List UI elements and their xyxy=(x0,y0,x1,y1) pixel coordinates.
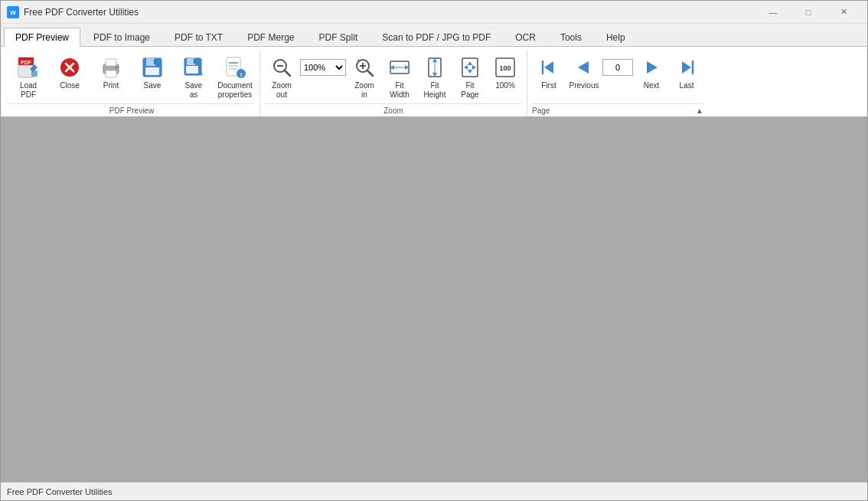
zoom-out-icon: - xyxy=(269,55,294,80)
zoom-in-icon: + xyxy=(352,55,377,80)
title-bar-left: W Free PDF Converter Utilities xyxy=(7,6,139,18)
maximize-button[interactable]: □ xyxy=(791,1,826,24)
document-properties-button[interactable]: i Documentproperties xyxy=(215,51,255,102)
ribbon-inner: PDF LoadPDF xyxy=(1,47,867,116)
svg-rect-16 xyxy=(145,67,159,75)
print-label: Print xyxy=(103,81,119,90)
svg-line-31 xyxy=(285,70,290,76)
title-bar: W Free PDF Converter Utilities — □ ✕ xyxy=(1,1,867,24)
tab-scan-to-pdf[interactable]: Scan to PDF / JPG to PDF xyxy=(370,28,502,47)
fit-height-label: FitHeight xyxy=(424,81,446,100)
load-pdf-icon: PDF xyxy=(16,55,41,80)
save-icon xyxy=(140,55,165,80)
svg-marker-54 xyxy=(544,61,553,74)
fit-page-label: FitPage xyxy=(461,81,478,100)
tab-pdf-split[interactable]: PDF Split xyxy=(308,28,370,47)
tab-tools[interactable]: Tools xyxy=(549,28,593,47)
svg-rect-12 xyxy=(106,59,116,66)
ribbon-group-zoom-label: Zoom xyxy=(265,103,522,116)
tab-pdf-preview[interactable]: PDF Preview xyxy=(4,28,80,47)
app-icon: W xyxy=(7,6,19,18)
zoom-in-button[interactable]: + Zoomin xyxy=(348,51,381,102)
first-page-icon xyxy=(537,55,561,80)
svg-point-13 xyxy=(116,67,118,69)
doc-props-icon: i xyxy=(223,55,247,80)
zoom-level-wrap: 50% 75% 100% 125% 150% 200% xyxy=(300,51,346,102)
svg-rect-21 xyxy=(194,59,196,64)
close-label: Close xyxy=(60,81,80,90)
svg-marker-56 xyxy=(647,61,658,74)
svg-marker-47 xyxy=(468,61,472,65)
next-page-button[interactable]: Next xyxy=(635,51,668,102)
ribbon-content: PDF LoadPDF xyxy=(1,47,867,118)
svg-text:i: i xyxy=(240,71,242,78)
next-page-icon xyxy=(639,55,664,80)
svg-text:100: 100 xyxy=(499,64,511,72)
svg-rect-6 xyxy=(31,70,38,77)
tab-pdf-merge[interactable]: PDF Merge xyxy=(236,28,305,47)
main-content-area xyxy=(1,118,867,482)
zoom-out-button[interactable]: - Zoomout xyxy=(265,51,299,102)
save-button[interactable]: Save xyxy=(132,51,172,102)
previous-page-label: Previous xyxy=(569,81,599,90)
title-text: Free PDF Converter Utilities xyxy=(24,7,139,18)
ribbon-group-page-items: First Previous xyxy=(532,51,703,102)
tab-pdf-to-txt[interactable]: PDF to TXT xyxy=(163,28,234,47)
zoom-100-icon: 100 xyxy=(493,55,517,80)
svg-marker-50 xyxy=(472,65,476,70)
svg-rect-11 xyxy=(106,70,116,77)
svg-marker-48 xyxy=(468,70,472,74)
load-pdf-label: LoadPDF xyxy=(20,81,37,100)
svg-text:W: W xyxy=(10,9,16,16)
last-page-button[interactable]: Last xyxy=(670,51,703,102)
fit-width-button[interactable]: FitWidth xyxy=(383,51,416,102)
fit-height-icon xyxy=(423,55,447,80)
ribbon-group-pdf-preview: PDF LoadPDF xyxy=(4,50,260,116)
previous-page-button[interactable]: Previous xyxy=(567,51,601,102)
last-page-icon xyxy=(674,55,699,80)
first-page-button[interactable]: First xyxy=(532,51,566,102)
first-page-label: First xyxy=(541,81,556,90)
next-page-label: Next xyxy=(644,81,660,90)
tab-ocr[interactable]: OCR xyxy=(504,28,547,47)
ribbon-group-page-label: Page ▲ xyxy=(532,103,703,116)
status-text: Free PDF Converter Utilities xyxy=(7,487,113,496)
ribbon-group-pdf-preview-items: PDF LoadPDF xyxy=(8,51,255,102)
window-controls: — □ ✕ xyxy=(755,1,861,24)
minimize-button[interactable]: — xyxy=(755,1,791,24)
fit-height-button[interactable]: FitHeight xyxy=(418,51,452,102)
zoom-in-label: Zoomin xyxy=(354,81,374,100)
tab-help[interactable]: Help xyxy=(595,28,637,47)
save-as-icon: + xyxy=(181,55,206,80)
zoom-100-button[interactable]: 100 100% xyxy=(488,51,522,102)
close-window-button[interactable]: ✕ xyxy=(826,1,861,24)
print-button[interactable]: Print xyxy=(91,51,131,102)
page-group-label-text: Page xyxy=(532,106,550,115)
load-pdf-button[interactable]: PDF LoadPDF xyxy=(8,51,48,102)
ribbon-group-zoom-items: - Zoomout 50% 75% 100% 125% 150% xyxy=(265,51,522,102)
ribbon: PDF LoadPDF xyxy=(1,47,867,118)
svg-text:+: + xyxy=(357,57,361,64)
zoom-out-label: Zoomout xyxy=(272,81,292,100)
page-number-input[interactable] xyxy=(602,59,633,76)
prev-page-icon xyxy=(572,55,596,80)
svg-marker-49 xyxy=(464,65,468,70)
document-properties-label: Documentproperties xyxy=(217,81,253,100)
svg-line-36 xyxy=(367,70,373,76)
save-as-button[interactable]: + Saveas xyxy=(174,51,214,102)
svg-rect-17 xyxy=(154,59,156,64)
fit-width-label: FitWidth xyxy=(390,81,410,100)
svg-text:+: + xyxy=(200,71,204,78)
close-icon xyxy=(57,55,82,80)
svg-marker-55 xyxy=(578,61,589,74)
tab-pdf-to-image[interactable]: PDF to Image xyxy=(82,28,162,47)
ribbon-collapse-icon[interactable]: ▲ xyxy=(696,106,703,115)
zoom-level-select[interactable]: 50% 75% 100% 125% 150% 200% xyxy=(300,59,346,76)
fit-page-button[interactable]: FitPage xyxy=(453,51,487,102)
last-page-label: Last xyxy=(680,81,694,90)
close-button[interactable]: Close xyxy=(50,51,90,102)
page-number-wrap xyxy=(602,51,633,102)
ribbon-group-page: First Previous xyxy=(527,50,708,116)
tab-bar: PDF Preview PDF to Image PDF to TXT PDF … xyxy=(1,24,867,47)
svg-marker-58 xyxy=(682,61,691,74)
